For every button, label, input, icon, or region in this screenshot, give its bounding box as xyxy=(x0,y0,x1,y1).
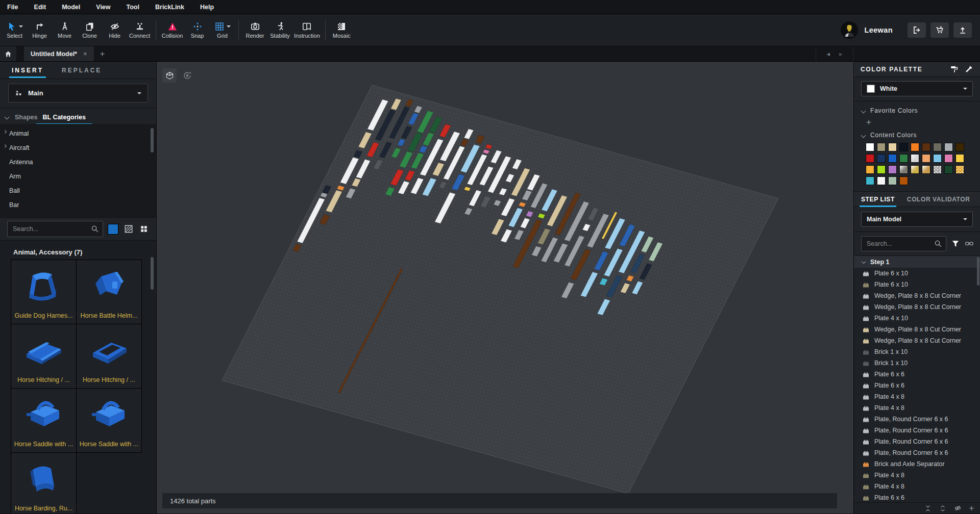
filter-icon[interactable] xyxy=(951,239,960,248)
add-tab-button[interactable]: + xyxy=(94,46,111,61)
upload-button[interactable] xyxy=(953,22,972,38)
content-colors-row[interactable]: Content Colors xyxy=(854,129,980,141)
color-swatch[interactable] xyxy=(955,165,964,174)
active-color-swatch[interactable] xyxy=(108,224,118,235)
menu-item-file[interactable]: File xyxy=(7,4,18,11)
category-row-arm[interactable]: Arm xyxy=(0,169,156,184)
menu-item-tool[interactable]: Tool xyxy=(127,4,139,11)
add-favorite-color-button[interactable]: + xyxy=(854,117,980,129)
step-part-row[interactable]: Wedge, Plate 8 x 8 Cut Corner xyxy=(854,335,980,346)
group-dropdown[interactable]: Main xyxy=(8,84,148,102)
tab-close-icon[interactable]: × xyxy=(83,50,87,58)
select-button[interactable]: Select xyxy=(2,14,27,46)
instruction-button[interactable]: Instruction xyxy=(292,14,322,46)
hide-button[interactable]: Hide xyxy=(102,14,127,46)
rotation-lock-button[interactable] xyxy=(180,68,194,83)
color-swatch[interactable] xyxy=(866,154,874,163)
color-swatch[interactable] xyxy=(955,154,964,163)
collapse-all-icon[interactable] xyxy=(924,505,932,512)
tab-insert[interactable]: INSERT xyxy=(12,67,43,74)
step-part-row[interactable]: Plate 4 x 8 xyxy=(854,481,980,492)
step-part-row[interactable]: Plate 4 x 8 xyxy=(854,402,980,414)
move-button[interactable]: Move xyxy=(52,14,77,46)
color-swatch[interactable] xyxy=(955,143,964,151)
sign-out-button[interactable] xyxy=(908,22,926,38)
category-row-animal[interactable]: Animal xyxy=(0,126,156,141)
part-search-input[interactable] xyxy=(7,221,103,237)
avatar[interactable] xyxy=(841,21,858,39)
color-swatch[interactable] xyxy=(877,176,886,185)
eyedropper-icon[interactable] xyxy=(965,65,973,73)
step-part-row[interactable]: Plate, Round Corner 6 x 6 xyxy=(854,447,980,458)
grid-view-icon[interactable] xyxy=(138,224,149,235)
color-swatch[interactable] xyxy=(877,143,886,151)
step-part-row[interactable]: Brick and Axle Separator xyxy=(854,458,980,470)
part-card[interactable]: Horse Saddle with ... xyxy=(76,388,142,453)
color-swatch[interactable] xyxy=(899,176,908,185)
color-swatch[interactable] xyxy=(933,154,942,163)
color-swatch[interactable] xyxy=(944,143,953,151)
color-swatch[interactable] xyxy=(922,165,930,174)
color-swatch[interactable] xyxy=(888,176,897,185)
step-part-row[interactable]: Plate 6 x 6 xyxy=(854,380,980,391)
category-row-ball[interactable]: Ball xyxy=(0,184,156,198)
color-swatch[interactable] xyxy=(866,165,874,174)
step-part-row[interactable]: Plate 6 x 10 xyxy=(854,279,980,290)
tab-color-validator[interactable]: COLOR VALIDATOR xyxy=(907,196,970,203)
menu-item-bricklink[interactable]: BrickLink xyxy=(155,4,184,11)
color-swatch[interactable] xyxy=(877,154,886,163)
step-header[interactable]: Step 1 xyxy=(854,256,980,268)
part-card[interactable]: Horse Saddle with ... xyxy=(11,388,77,453)
category-row-antenna[interactable]: Antenna xyxy=(0,155,156,169)
color-swatch[interactable] xyxy=(933,165,942,174)
model-dropdown[interactable]: Main Model xyxy=(861,212,973,227)
color-swatch[interactable] xyxy=(888,154,897,163)
mosaic-button[interactable]: Mosaic xyxy=(329,14,354,46)
cart-button[interactable] xyxy=(930,22,949,38)
step-part-row[interactable]: Plate, Round Corner 6 x 6 xyxy=(854,425,980,436)
no-color-icon[interactable] xyxy=(123,224,134,235)
part-card[interactable]: Horse Hitching / ... xyxy=(11,324,77,389)
color-swatch[interactable] xyxy=(899,143,908,151)
part-card[interactable]: Guide Dog Harnes... xyxy=(11,260,77,324)
collision-button[interactable]: Collision xyxy=(160,14,185,46)
tab-bl-categories[interactable]: BL Categories xyxy=(42,114,86,121)
color-swatch[interactable] xyxy=(899,165,908,174)
color-swatch[interactable] xyxy=(888,143,897,151)
snap-button[interactable]: Snap xyxy=(185,14,210,46)
hide-step-icon[interactable] xyxy=(954,504,962,512)
view-cube-button[interactable] xyxy=(162,68,177,83)
goggles-icon[interactable] xyxy=(965,239,974,248)
connect-button[interactable]: Connect xyxy=(127,14,152,46)
step-part-row[interactable]: Wedge, Plate 8 x 8 Cut Corner xyxy=(854,324,980,335)
step-part-row[interactable]: Plate 4 x 8 xyxy=(854,391,980,402)
hinge-button[interactable]: Hinge xyxy=(27,14,52,46)
step-part-row[interactable]: Wedge, Plate 8 x 8 Cut Corner xyxy=(854,290,980,301)
home-button[interactable] xyxy=(0,46,16,61)
part-card[interactable]: Horse Barding, Ru... xyxy=(11,452,77,513)
color-swatch[interactable] xyxy=(911,143,919,151)
step-part-row[interactable]: Wedge, Plate 8 x 8 Cut Corner xyxy=(854,301,980,313)
menu-item-view[interactable]: View xyxy=(96,4,110,11)
color-swatch[interactable] xyxy=(911,154,919,163)
back-arrow-icon[interactable]: ◄ xyxy=(825,51,831,57)
step-part-row[interactable]: Plate 6 x 10 xyxy=(854,268,980,279)
tab-shapes[interactable]: Shapes xyxy=(15,114,37,121)
color-swatch[interactable] xyxy=(922,154,930,163)
part-card[interactable]: Horse Hitching / ... xyxy=(76,324,142,389)
step-part-row[interactable]: Brick 1 x 10 xyxy=(854,357,980,369)
viewport-3d[interactable]: 1426 total parts xyxy=(157,62,853,513)
tab-replace[interactable]: REPLACE xyxy=(62,67,102,74)
scrollbar-thumb[interactable] xyxy=(151,257,154,290)
step-part-row[interactable]: Plate, Round Corner 6 x 6 xyxy=(854,414,980,425)
color-dropdown[interactable]: White xyxy=(861,81,973,96)
color-swatch[interactable] xyxy=(877,165,886,174)
step-part-row[interactable]: Brick 1 x 10 xyxy=(854,346,980,357)
stability-button[interactable]: Stability xyxy=(267,14,292,46)
color-swatch[interactable] xyxy=(944,165,953,174)
color-swatch[interactable] xyxy=(866,176,874,185)
grid-button[interactable]: Grid xyxy=(210,14,235,46)
tab-untitled-model[interactable]: Untitled Model* × xyxy=(24,46,94,61)
category-row-bar[interactable]: Bar xyxy=(0,198,156,212)
forward-arrow-icon[interactable]: ► xyxy=(838,51,844,57)
